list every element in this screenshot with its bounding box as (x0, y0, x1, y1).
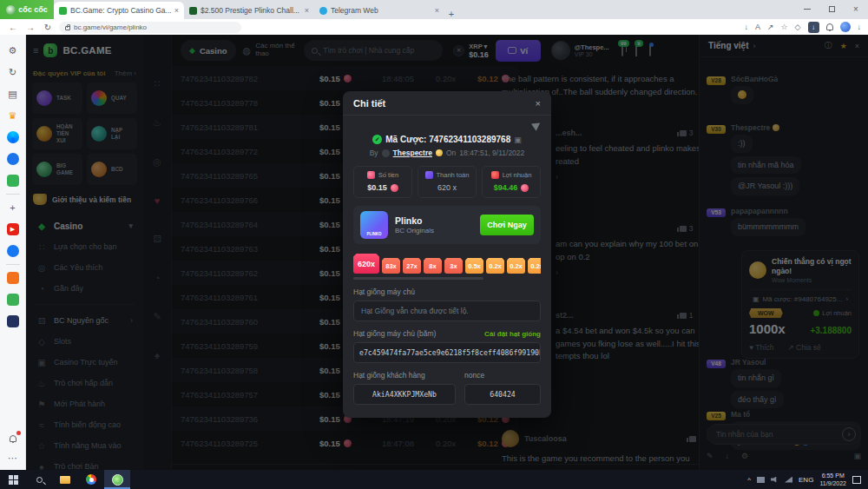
telegram-favicon (319, 7, 327, 15)
youtube-icon[interactable]: ▶ (7, 223, 19, 235)
modal-title: Chi tiết (353, 98, 385, 109)
amount-icon (367, 171, 375, 179)
profile-avatar[interactable] (840, 22, 851, 32)
verified-check-icon: ✓ (372, 135, 382, 144)
start-button[interactable] (0, 470, 26, 489)
minimize-button[interactable] (795, 0, 819, 17)
back-icon[interactable]: ← (7, 23, 19, 32)
browser-brand[interactable]: cốc cốc (0, 0, 54, 19)
share-pin-icon[interactable] (531, 119, 542, 130)
forward-icon[interactable]: → (24, 23, 36, 32)
bookmark-star-icon[interactable]: ☆ (781, 23, 788, 31)
coin-icon (521, 184, 529, 192)
youtube-play-glyph: ▶ (10, 226, 15, 233)
shield-icon[interactable]: ◇ (795, 23, 801, 31)
player-avatar (382, 149, 390, 157)
multiplier-chip: 3x (444, 258, 463, 274)
rail-blue-app-icon[interactable] (7, 153, 19, 165)
client-seed-label: Hạt giống khách hàng (353, 371, 456, 380)
browser-chrome: cốc cốc BC.Game: Crypto Casino Ga... × $… (0, 0, 868, 35)
tab-close-icon[interactable]: × (174, 6, 179, 15)
browser-toolbar: ← → ↻ bc.game/vi/game/plinko ↓ A ↗ ☆ ◇ ↓… (0, 19, 868, 35)
file-explorer-icon[interactable] (52, 470, 78, 489)
network-icon[interactable] (785, 477, 792, 483)
multiplier-strip[interactable]: 620x 83x 27x 8x 3x 0.5x 0.2x 0.2x 0.2x 0… (353, 253, 541, 274)
keyboard-icon[interactable] (757, 477, 765, 483)
multiplier-chip: 0.2x (486, 258, 504, 274)
close-window-button[interactable]: × (844, 0, 868, 17)
volume-icon[interactable] (771, 477, 779, 483)
address-bar[interactable]: bc.game/vi/game/plinko (59, 22, 241, 33)
maximize-button[interactable] (819, 0, 844, 17)
save-icon[interactable]: ↓ (744, 23, 748, 31)
messenger-icon[interactable] (7, 131, 19, 143)
seed-settings-link[interactable]: Cài đặt hạt giống (484, 330, 541, 338)
rail-orange-site-icon[interactable] (7, 272, 19, 284)
translate-icon[interactable]: A (755, 23, 760, 31)
rail-navy-site-icon[interactable] (7, 315, 19, 327)
multiplier-chip: 83x (382, 258, 400, 274)
rail-reading-list-icon[interactable]: ▤ (6, 87, 20, 101)
hashed-seed-value[interactable]: e7c459474fa77ae5ce9e6218f5f8ceff4086f991… (353, 342, 541, 363)
facebook-icon[interactable] (7, 245, 19, 257)
brand-label: cốc cốc (18, 5, 48, 14)
copy-icon[interactable]: ▣ (514, 135, 522, 144)
rail-more-icon[interactable]: ⋯ (6, 451, 20, 465)
rail-games-icon[interactable] (7, 175, 19, 187)
client-seed-value[interactable]: AkiA4XKKPJMXeNb (353, 384, 456, 405)
rail-bell-icon[interactable] (6, 432, 20, 446)
payout-icon (425, 171, 433, 179)
rail-green-site-icon[interactable] (7, 294, 19, 306)
tab-close-icon[interactable]: × (305, 6, 309, 15)
profit-icon (491, 171, 499, 179)
windows-taskbar: ^ ENG 6:55 PM 11/9/2022 (0, 470, 868, 489)
hidden-icons-caret[interactable]: ^ (747, 476, 751, 484)
language-indicator[interactable]: ENG (799, 476, 813, 484)
chrome-icon[interactable] (78, 470, 104, 489)
bet-datetime: 18:47:51, 9/11/2022 (459, 149, 524, 157)
chip-scrollbar[interactable] (353, 277, 483, 280)
bet-details-modal: Chi tiết × ✓ Mã Cược: 74762341103289768 … (343, 91, 551, 418)
nonce-value[interactable]: 640424 (464, 384, 541, 405)
rail-crown-icon[interactable]: ♛ (6, 109, 20, 122)
rail-add-icon[interactable]: + (6, 201, 20, 215)
screen: cốc cốc BC.Game: Crypto Casino Ga... × $… (0, 0, 868, 489)
coccoc-taskbar-icon[interactable] (104, 470, 130, 489)
plinko-thumbnail[interactable]: PLINKO (360, 211, 388, 239)
server-seed-field[interactable]: Hạt Giống vẫn chưa được tiết lộ. (353, 301, 541, 321)
rail-gear-icon[interactable]: ⚙ (6, 43, 20, 57)
nonce-label: nonce (464, 371, 541, 380)
rail-history-icon[interactable]: ↻ (6, 65, 20, 79)
browser-side-rail: ⚙ ↻ ▤ ♛ + ▶ ⋯ (0, 35, 26, 470)
tab-plinko-challenge[interactable]: $2.500 Prestige Plinko Chall... × (184, 2, 314, 19)
multiplier-chip: 0.2x (528, 258, 541, 274)
url-text: bc.game/vi/game/plinko (74, 23, 147, 31)
tab-telegram[interactable]: Telegram Web × (314, 2, 444, 19)
modal-close-icon[interactable]: × (536, 98, 541, 109)
coin-icon (391, 184, 398, 192)
tab-bcgame[interactable]: BC.Game: Crypto Casino Ga... × (54, 2, 184, 19)
action-center-icon[interactable] (852, 476, 861, 484)
player-name-link[interactable]: Thespectre (393, 149, 432, 157)
tab-close-icon[interactable]: × (435, 6, 439, 15)
challenge-favicon (189, 7, 197, 15)
taskbar-clock[interactable]: 6:55 PM 11/9/2022 (819, 472, 846, 487)
multiplier-chip: 620x (353, 254, 379, 274)
download-badge-icon[interactable]: ↓ (808, 22, 819, 33)
downloads-icon[interactable]: ↓ (858, 23, 862, 31)
reload-icon[interactable]: ↻ (42, 23, 54, 32)
stat-amount: Số tiền $0.15 (353, 166, 412, 198)
share-icon[interactable]: ↗ (767, 23, 774, 31)
new-tab-button[interactable]: + (444, 9, 458, 19)
game-provider: BC Originals (395, 227, 434, 235)
hashed-seed-label: Hạt giống máy chủ (băm) (353, 329, 436, 338)
game-title: Plinko (395, 215, 434, 228)
play-now-button[interactable]: Chơi Ngay (480, 215, 534, 235)
multiplier-chip: 8x (424, 258, 442, 274)
rail-divider (6, 264, 20, 265)
bcgame-favicon (59, 7, 67, 15)
notification-bell-icon[interactable] (826, 23, 833, 30)
taskbar-search-icon[interactable] (26, 470, 52, 489)
medal-icon (436, 149, 443, 156)
bet-id-value: 74762341103289768 (429, 135, 510, 144)
